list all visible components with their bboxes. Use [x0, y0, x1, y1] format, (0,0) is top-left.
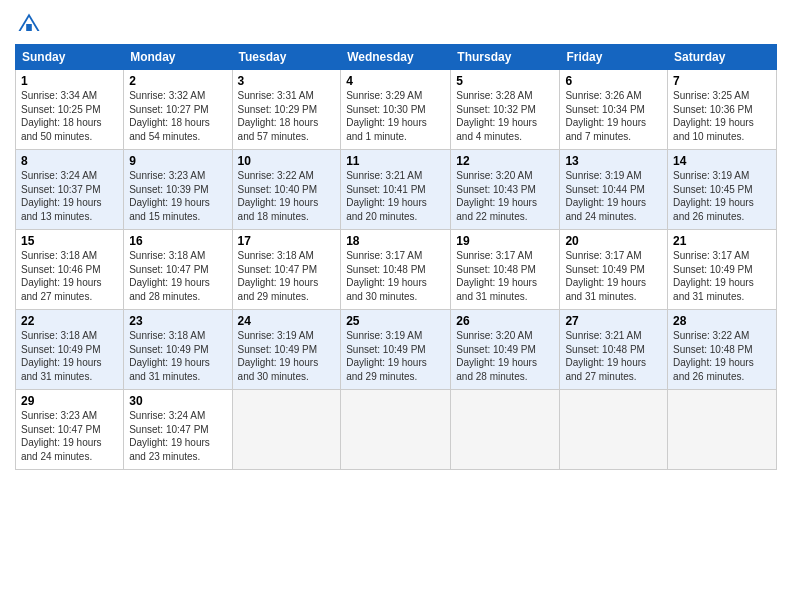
calendar-cell: 18Sunrise: 3:17 AM Sunset: 10:48 PM Dayl…: [341, 230, 451, 310]
day-number: 24: [238, 314, 336, 328]
calendar-cell: 5Sunrise: 3:28 AM Sunset: 10:32 PM Dayli…: [451, 70, 560, 150]
day-number: 21: [673, 234, 771, 248]
calendar-cell: 2Sunrise: 3:32 AM Sunset: 10:27 PM Dayli…: [124, 70, 232, 150]
day-number: 22: [21, 314, 118, 328]
day-number: 17: [238, 234, 336, 248]
calendar-header-monday: Monday: [124, 45, 232, 70]
day-info: Sunrise: 3:18 AM Sunset: 10:47 PM Daylig…: [238, 249, 336, 303]
day-number: 2: [129, 74, 226, 88]
day-info: Sunrise: 3:26 AM Sunset: 10:34 PM Daylig…: [565, 89, 662, 143]
calendar-header-tuesday: Tuesday: [232, 45, 341, 70]
day-info: Sunrise: 3:23 AM Sunset: 10:39 PM Daylig…: [129, 169, 226, 223]
calendar-cell: 25Sunrise: 3:19 AM Sunset: 10:49 PM Dayl…: [341, 310, 451, 390]
day-number: 5: [456, 74, 554, 88]
day-number: 9: [129, 154, 226, 168]
day-number: 16: [129, 234, 226, 248]
day-info: Sunrise: 3:20 AM Sunset: 10:43 PM Daylig…: [456, 169, 554, 223]
calendar-cell: 7Sunrise: 3:25 AM Sunset: 10:36 PM Dayli…: [668, 70, 777, 150]
calendar-cell: 10Sunrise: 3:22 AM Sunset: 10:40 PM Dayl…: [232, 150, 341, 230]
day-info: Sunrise: 3:32 AM Sunset: 10:27 PM Daylig…: [129, 89, 226, 143]
calendar-header-thursday: Thursday: [451, 45, 560, 70]
day-info: Sunrise: 3:22 AM Sunset: 10:48 PM Daylig…: [673, 329, 771, 383]
logo: [15, 10, 47, 38]
day-number: 10: [238, 154, 336, 168]
day-info: Sunrise: 3:31 AM Sunset: 10:29 PM Daylig…: [238, 89, 336, 143]
calendar-header-saturday: Saturday: [668, 45, 777, 70]
calendar-cell: 21Sunrise: 3:17 AM Sunset: 10:49 PM Dayl…: [668, 230, 777, 310]
day-info: Sunrise: 3:17 AM Sunset: 10:48 PM Daylig…: [456, 249, 554, 303]
calendar-cell: [668, 390, 777, 470]
day-number: 29: [21, 394, 118, 408]
day-number: 15: [21, 234, 118, 248]
calendar-week-row: 1Sunrise: 3:34 AM Sunset: 10:25 PM Dayli…: [16, 70, 777, 150]
calendar-cell: 13Sunrise: 3:19 AM Sunset: 10:44 PM Dayl…: [560, 150, 668, 230]
day-number: 25: [346, 314, 445, 328]
calendar-cell: 19Sunrise: 3:17 AM Sunset: 10:48 PM Dayl…: [451, 230, 560, 310]
day-number: 12: [456, 154, 554, 168]
svg-rect-2: [26, 24, 32, 31]
day-info: Sunrise: 3:28 AM Sunset: 10:32 PM Daylig…: [456, 89, 554, 143]
calendar-cell: [451, 390, 560, 470]
day-info: Sunrise: 3:21 AM Sunset: 10:48 PM Daylig…: [565, 329, 662, 383]
day-number: 30: [129, 394, 226, 408]
calendar-cell: 24Sunrise: 3:19 AM Sunset: 10:49 PM Dayl…: [232, 310, 341, 390]
day-number: 4: [346, 74, 445, 88]
calendar-cell: [341, 390, 451, 470]
day-info: Sunrise: 3:17 AM Sunset: 10:49 PM Daylig…: [565, 249, 662, 303]
day-info: Sunrise: 3:29 AM Sunset: 10:30 PM Daylig…: [346, 89, 445, 143]
day-info: Sunrise: 3:17 AM Sunset: 10:48 PM Daylig…: [346, 249, 445, 303]
calendar-cell: 14Sunrise: 3:19 AM Sunset: 10:45 PM Dayl…: [668, 150, 777, 230]
day-info: Sunrise: 3:24 AM Sunset: 10:47 PM Daylig…: [129, 409, 226, 463]
calendar-cell: 17Sunrise: 3:18 AM Sunset: 10:47 PM Dayl…: [232, 230, 341, 310]
page: SundayMondayTuesdayWednesdayThursdayFrid…: [0, 0, 792, 612]
header: [15, 10, 777, 38]
logo-icon: [15, 10, 43, 38]
calendar-body: 1Sunrise: 3:34 AM Sunset: 10:25 PM Dayli…: [16, 70, 777, 470]
calendar-header-friday: Friday: [560, 45, 668, 70]
calendar-header-row: SundayMondayTuesdayWednesdayThursdayFrid…: [16, 45, 777, 70]
day-info: Sunrise: 3:18 AM Sunset: 10:47 PM Daylig…: [129, 249, 226, 303]
day-number: 3: [238, 74, 336, 88]
calendar-cell: 26Sunrise: 3:20 AM Sunset: 10:49 PM Dayl…: [451, 310, 560, 390]
calendar-cell: 29Sunrise: 3:23 AM Sunset: 10:47 PM Dayl…: [16, 390, 124, 470]
calendar-week-row: 8Sunrise: 3:24 AM Sunset: 10:37 PM Dayli…: [16, 150, 777, 230]
day-info: Sunrise: 3:18 AM Sunset: 10:49 PM Daylig…: [129, 329, 226, 383]
calendar-header-sunday: Sunday: [16, 45, 124, 70]
calendar-cell: [232, 390, 341, 470]
day-number: 14: [673, 154, 771, 168]
day-number: 13: [565, 154, 662, 168]
day-number: 23: [129, 314, 226, 328]
calendar-cell: 16Sunrise: 3:18 AM Sunset: 10:47 PM Dayl…: [124, 230, 232, 310]
day-number: 20: [565, 234, 662, 248]
day-info: Sunrise: 3:19 AM Sunset: 10:49 PM Daylig…: [238, 329, 336, 383]
calendar-cell: 22Sunrise: 3:18 AM Sunset: 10:49 PM Dayl…: [16, 310, 124, 390]
day-info: Sunrise: 3:25 AM Sunset: 10:36 PM Daylig…: [673, 89, 771, 143]
calendar-cell: 30Sunrise: 3:24 AM Sunset: 10:47 PM Dayl…: [124, 390, 232, 470]
calendar-cell: 11Sunrise: 3:21 AM Sunset: 10:41 PM Dayl…: [341, 150, 451, 230]
calendar-cell: 23Sunrise: 3:18 AM Sunset: 10:49 PM Dayl…: [124, 310, 232, 390]
calendar-table: SundayMondayTuesdayWednesdayThursdayFrid…: [15, 44, 777, 470]
calendar-cell: 1Sunrise: 3:34 AM Sunset: 10:25 PM Dayli…: [16, 70, 124, 150]
day-number: 18: [346, 234, 445, 248]
day-info: Sunrise: 3:24 AM Sunset: 10:37 PM Daylig…: [21, 169, 118, 223]
calendar-cell: 4Sunrise: 3:29 AM Sunset: 10:30 PM Dayli…: [341, 70, 451, 150]
day-number: 28: [673, 314, 771, 328]
day-info: Sunrise: 3:23 AM Sunset: 10:47 PM Daylig…: [21, 409, 118, 463]
day-number: 7: [673, 74, 771, 88]
day-info: Sunrise: 3:34 AM Sunset: 10:25 PM Daylig…: [21, 89, 118, 143]
calendar-cell: 15Sunrise: 3:18 AM Sunset: 10:46 PM Dayl…: [16, 230, 124, 310]
day-number: 27: [565, 314, 662, 328]
calendar-header-wednesday: Wednesday: [341, 45, 451, 70]
day-info: Sunrise: 3:17 AM Sunset: 10:49 PM Daylig…: [673, 249, 771, 303]
calendar-cell: 8Sunrise: 3:24 AM Sunset: 10:37 PM Dayli…: [16, 150, 124, 230]
day-info: Sunrise: 3:18 AM Sunset: 10:49 PM Daylig…: [21, 329, 118, 383]
calendar-cell: 28Sunrise: 3:22 AM Sunset: 10:48 PM Dayl…: [668, 310, 777, 390]
calendar-cell: 3Sunrise: 3:31 AM Sunset: 10:29 PM Dayli…: [232, 70, 341, 150]
day-info: Sunrise: 3:19 AM Sunset: 10:45 PM Daylig…: [673, 169, 771, 223]
day-info: Sunrise: 3:18 AM Sunset: 10:46 PM Daylig…: [21, 249, 118, 303]
day-number: 6: [565, 74, 662, 88]
calendar-week-row: 15Sunrise: 3:18 AM Sunset: 10:46 PM Dayl…: [16, 230, 777, 310]
day-info: Sunrise: 3:19 AM Sunset: 10:49 PM Daylig…: [346, 329, 445, 383]
day-number: 1: [21, 74, 118, 88]
calendar-cell: 27Sunrise: 3:21 AM Sunset: 10:48 PM Dayl…: [560, 310, 668, 390]
